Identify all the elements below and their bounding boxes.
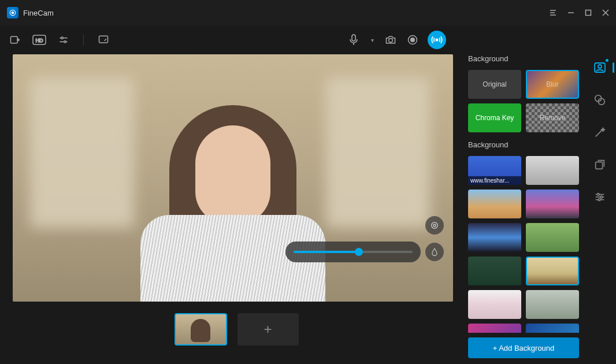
toolbar: HD ▾	[0, 25, 616, 54]
camera-icon[interactable]	[384, 33, 398, 47]
bg-tile-8[interactable]	[526, 257, 579, 285]
hamburger-icon[interactable]	[549, 9, 557, 17]
plus-icon: +	[264, 321, 272, 337]
svg-point-33	[597, 194, 599, 196]
hd-icon[interactable]: HD	[32, 33, 46, 47]
bg-caption-1: www.fineshar...	[468, 176, 521, 185]
main-area: + Background Original Blur Chroma Key Re…	[0, 54, 616, 364]
bg-tile-1[interactable]: www.fineshar...	[468, 156, 521, 185]
svg-point-1	[12, 12, 14, 14]
svg-point-37	[598, 199, 600, 201]
svg-point-24	[436, 39, 437, 40]
svg-point-25	[432, 222, 438, 229]
mode-blur[interactable]: Blur	[526, 70, 579, 99]
app-title: FineCam	[23, 9, 54, 17]
record-icon[interactable]	[406, 33, 420, 47]
bg-tile-10[interactable]	[526, 290, 579, 319]
toolbar-left: HD	[8, 33, 110, 47]
preview-controls	[285, 216, 444, 262]
droplet-button[interactable]	[425, 243, 444, 261]
bg-tile-12[interactable]	[526, 324, 579, 333]
rail-settings-icon[interactable]	[592, 190, 607, 205]
svg-point-35	[600, 196, 603, 198]
side-icon-rail	[584, 54, 616, 364]
toolbar-right: ▾	[347, 31, 446, 49]
svg-point-28	[598, 65, 602, 68]
minimize-button[interactable]	[567, 9, 574, 16]
background-mode-grid: Original Blur Chroma Key Remove	[468, 70, 579, 132]
svg-rect-9	[11, 36, 18, 43]
window-controls	[549, 9, 609, 17]
person-subject	[135, 82, 331, 302]
video-preview[interactable]	[13, 54, 453, 302]
svg-rect-6	[586, 10, 591, 16]
rail-background-icon[interactable]	[592, 60, 607, 75]
bg-tile-7[interactable]	[468, 257, 521, 285]
blur-slider-container	[285, 242, 421, 262]
titlebar-left: FineCam	[7, 7, 54, 18]
mic-icon[interactable]	[347, 33, 361, 47]
sliders-icon[interactable]	[57, 33, 70, 47]
slider-thumb[interactable]	[355, 248, 363, 256]
rail-layers-icon[interactable]	[592, 157, 607, 172]
mode-chroma-key[interactable]: Chroma Key	[468, 103, 521, 132]
titlebar: FineCam	[0, 0, 616, 25]
target-button[interactable]	[425, 216, 444, 235]
add-background-button[interactable]: + Add Background	[468, 337, 579, 358]
bg-tile-6[interactable]	[526, 223, 579, 252]
mode-remove[interactable]: Remove	[526, 103, 579, 132]
svg-point-23	[411, 38, 415, 42]
blur-slider[interactable]	[294, 251, 413, 253]
bg-tile-3[interactable]	[468, 190, 521, 218]
panel-heading-modes: Background	[468, 54, 579, 63]
add-scene-icon[interactable]	[8, 33, 22, 47]
scene-thumbnails: +	[13, 313, 460, 346]
maximize-button[interactable]	[585, 9, 592, 16]
scene-thumb-1[interactable]	[175, 313, 227, 346]
svg-point-26	[433, 224, 436, 226]
svg-rect-18	[99, 36, 108, 43]
annotate-icon[interactable]	[97, 33, 110, 47]
bg-tile-4[interactable]	[526, 190, 579, 218]
add-scene-thumb[interactable]: +	[238, 313, 299, 346]
svg-text:HD: HD	[36, 38, 43, 43]
app-logo	[7, 7, 18, 18]
mode-original[interactable]: Original	[468, 70, 521, 99]
background-image-grid: www.fineshar...	[468, 156, 579, 333]
svg-rect-19	[352, 35, 355, 41]
svg-point-21	[389, 39, 393, 43]
bg-tile-11[interactable]	[468, 324, 521, 333]
close-button[interactable]	[602, 9, 609, 16]
svg-rect-31	[596, 162, 603, 169]
panel-heading-images: Background	[468, 140, 579, 149]
bg-tile-9[interactable]	[468, 290, 521, 319]
rail-overlay-icon[interactable]	[592, 92, 607, 107]
bg-tile-5[interactable]	[468, 223, 521, 252]
mic-dropdown[interactable]: ▾	[369, 33, 376, 47]
rail-magic-icon[interactable]	[592, 125, 607, 140]
svg-point-15	[61, 37, 63, 39]
rail-active-dot	[606, 59, 608, 62]
bg-tile-2[interactable]	[526, 156, 579, 185]
background-panel: Background Original Blur Chroma Key Remo…	[468, 54, 584, 364]
preview-area: +	[0, 54, 468, 364]
broadcast-button[interactable]	[428, 31, 446, 49]
toolbar-divider	[83, 34, 84, 46]
svg-point-17	[64, 41, 66, 43]
